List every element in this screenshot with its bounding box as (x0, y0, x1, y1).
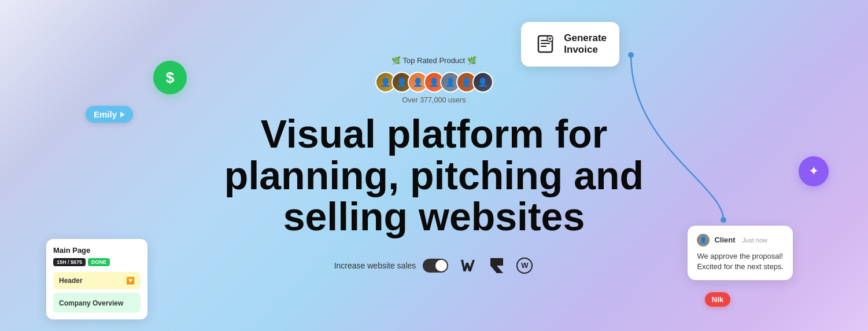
overview-label: Company Overview (59, 299, 123, 307)
header-label: Header (59, 277, 83, 285)
invoice-text: GenerateInvoice (564, 32, 607, 56)
done-badge: DONE (88, 258, 110, 266)
generate-invoice-card: GenerateInvoice (521, 22, 619, 67)
toggle-label: Increase website sales (334, 261, 416, 270)
dollar-circle: $ (153, 61, 187, 94)
headline-line2: planning, pitching and (224, 153, 644, 197)
users-count: Over 377,000 users (402, 96, 466, 104)
toggle-knob (435, 260, 447, 271)
nik-label: Nik (712, 295, 723, 304)
main-page-card: Main Page 15H / $675 DONE Header 🔽 Compa… (46, 239, 147, 319)
webflow-icon (460, 256, 478, 275)
platform-icons: W (460, 256, 534, 275)
headline-line3: selling websites (283, 194, 585, 238)
avatar-7: 👤 (472, 72, 493, 93)
dollar-icon: $ (166, 69, 174, 87)
framer-icon (487, 256, 506, 275)
main-headline: Visual platform for planning, pitching a… (224, 113, 644, 237)
toggle-switch[interactable] (423, 259, 448, 273)
svg-point-8 (721, 217, 726, 223)
header-row: Header 🔽 (53, 272, 141, 289)
top-rated-badge: 🌿 Top Rated Product 🌿 (391, 56, 477, 65)
wordpress-icon: W (515, 256, 534, 275)
avatar-row: 👤 👤 👤 👤 👤 👤 👤 (375, 72, 493, 93)
client-message: We approve the proposal!Excited for the … (697, 251, 784, 272)
sparkle-circle: ✦ (799, 156, 829, 186)
toggle-row: Increase website sales W (334, 256, 534, 275)
emily-bubble: Emily (86, 106, 133, 123)
time-badge: 15H / $675 (53, 258, 86, 266)
emily-label: Emily (94, 109, 117, 119)
headline-line1: Visual platform for (261, 112, 608, 156)
main-page-title: Main Page (53, 246, 141, 255)
main-page-badges: 15H / $675 DONE (53, 258, 141, 266)
filter-icon: 🔽 (126, 277, 135, 285)
sparkle-icon: ✦ (808, 164, 819, 179)
client-avatar: 👤 (697, 234, 710, 247)
client-time: Just now (743, 237, 767, 244)
overview-row: Company Overview (53, 293, 141, 312)
hero-section: $ Emily Main Page 15H / $675 DONE Header… (0, 0, 868, 331)
client-name: Client (714, 236, 735, 244)
client-approval-card: 👤 Client Just now We approve the proposa… (688, 226, 793, 280)
top-rated-text: 🌿 Top Rated Product 🌿 (391, 56, 477, 65)
invoice-icon (534, 32, 557, 56)
wp-circle: W (516, 258, 533, 274)
client-header: 👤 Client Just now (697, 234, 784, 247)
nik-bubble: Nik (705, 292, 730, 307)
svg-point-7 (628, 52, 634, 58)
